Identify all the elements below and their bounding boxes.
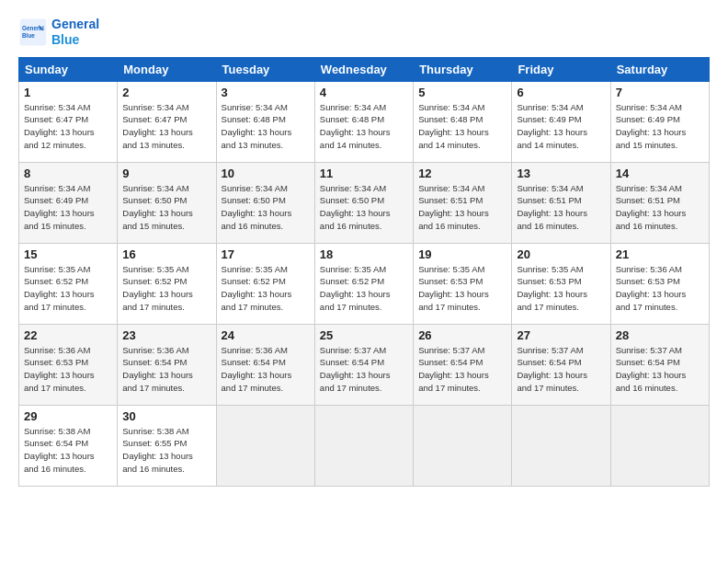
calendar-cell: 5Sunrise: 5:34 AM Sunset: 6:48 PM Daylig… xyxy=(414,81,512,162)
logo: General Blue GeneralBlue xyxy=(18,17,99,48)
calendar-cell: 23Sunrise: 5:36 AM Sunset: 6:54 PM Dayli… xyxy=(118,324,216,405)
day-number: 11 xyxy=(320,167,408,180)
calendar-page: General Blue GeneralBlue SundayMondayTue… xyxy=(0,0,728,563)
day-number: 25 xyxy=(320,328,408,342)
day-info: Sunrise: 5:34 AM Sunset: 6:49 PM Dayligh… xyxy=(616,101,704,152)
day-number: 27 xyxy=(517,328,605,342)
day-info: Sunrise: 5:34 AM Sunset: 6:47 PM Dayligh… xyxy=(122,101,210,152)
logo-text: GeneralBlue xyxy=(51,17,99,48)
day-info: Sunrise: 5:37 AM Sunset: 6:54 PM Dayligh… xyxy=(418,344,506,395)
day-info: Sunrise: 5:35 AM Sunset: 6:52 PM Dayligh… xyxy=(320,263,408,314)
calendar-cell: 30Sunrise: 5:38 AM Sunset: 6:55 PM Dayli… xyxy=(118,405,216,486)
calendar-cell: 3Sunrise: 5:34 AM Sunset: 6:48 PM Daylig… xyxy=(216,81,314,162)
day-number: 19 xyxy=(418,247,506,261)
day-info: Sunrise: 5:35 AM Sunset: 6:53 PM Dayligh… xyxy=(517,263,605,314)
day-info: Sunrise: 5:36 AM Sunset: 6:53 PM Dayligh… xyxy=(24,344,112,395)
calendar-cell: 27Sunrise: 5:37 AM Sunset: 6:54 PM Dayli… xyxy=(512,324,610,405)
calendar-cell xyxy=(610,405,709,486)
day-info: Sunrise: 5:34 AM Sunset: 6:47 PM Dayligh… xyxy=(24,101,112,152)
logo-icon: General Blue xyxy=(18,17,48,47)
day-info: Sunrise: 5:34 AM Sunset: 6:48 PM Dayligh… xyxy=(418,101,506,152)
day-number: 6 xyxy=(517,86,605,99)
calendar-cell: 22Sunrise: 5:36 AM Sunset: 6:53 PM Dayli… xyxy=(19,324,118,405)
day-number: 15 xyxy=(24,247,112,261)
calendar-cell: 4Sunrise: 5:34 AM Sunset: 6:48 PM Daylig… xyxy=(314,81,413,162)
day-info: Sunrise: 5:35 AM Sunset: 6:52 PM Dayligh… xyxy=(24,263,112,314)
weekday-header-sunday: Sunday xyxy=(19,57,118,81)
calendar-cell: 12Sunrise: 5:34 AM Sunset: 6:51 PM Dayli… xyxy=(414,162,512,243)
day-number: 17 xyxy=(222,247,310,261)
week-row-3: 15Sunrise: 5:35 AM Sunset: 6:52 PM Dayli… xyxy=(19,243,710,324)
day-info: Sunrise: 5:38 AM Sunset: 6:55 PM Dayligh… xyxy=(122,425,210,476)
day-info: Sunrise: 5:34 AM Sunset: 6:49 PM Dayligh… xyxy=(24,182,112,233)
day-number: 16 xyxy=(122,247,210,261)
week-row-5: 29Sunrise: 5:38 AM Sunset: 6:54 PM Dayli… xyxy=(19,405,710,486)
day-info: Sunrise: 5:35 AM Sunset: 6:52 PM Dayligh… xyxy=(222,263,310,314)
calendar-cell: 13Sunrise: 5:34 AM Sunset: 6:51 PM Dayli… xyxy=(512,162,610,243)
week-row-1: 1Sunrise: 5:34 AM Sunset: 6:47 PM Daylig… xyxy=(19,81,710,162)
weekday-header-tuesday: Tuesday xyxy=(216,57,314,81)
calendar-cell: 9Sunrise: 5:34 AM Sunset: 6:50 PM Daylig… xyxy=(118,162,216,243)
week-row-2: 8Sunrise: 5:34 AM Sunset: 6:49 PM Daylig… xyxy=(19,162,710,243)
calendar-cell: 6Sunrise: 5:34 AM Sunset: 6:49 PM Daylig… xyxy=(512,81,610,162)
day-info: Sunrise: 5:35 AM Sunset: 6:52 PM Dayligh… xyxy=(122,263,210,314)
day-info: Sunrise: 5:34 AM Sunset: 6:49 PM Dayligh… xyxy=(517,101,605,152)
weekday-header-friday: Friday xyxy=(512,57,610,81)
day-number: 28 xyxy=(616,328,704,342)
header: General Blue GeneralBlue xyxy=(18,17,710,48)
calendar-cell: 24Sunrise: 5:36 AM Sunset: 6:54 PM Dayli… xyxy=(216,324,314,405)
day-info: Sunrise: 5:34 AM Sunset: 6:48 PM Dayligh… xyxy=(320,101,408,152)
day-info: Sunrise: 5:37 AM Sunset: 6:54 PM Dayligh… xyxy=(616,344,704,395)
day-number: 12 xyxy=(418,167,506,180)
day-info: Sunrise: 5:36 AM Sunset: 6:54 PM Dayligh… xyxy=(222,344,310,395)
day-info: Sunrise: 5:34 AM Sunset: 6:51 PM Dayligh… xyxy=(616,182,704,233)
calendar-cell: 18Sunrise: 5:35 AM Sunset: 6:52 PM Dayli… xyxy=(314,243,413,324)
calendar-cell: 21Sunrise: 5:36 AM Sunset: 6:53 PM Dayli… xyxy=(610,243,709,324)
calendar-cell: 16Sunrise: 5:35 AM Sunset: 6:52 PM Dayli… xyxy=(118,243,216,324)
weekday-header-thursday: Thursday xyxy=(414,57,512,81)
weekday-header-row: SundayMondayTuesdayWednesdayThursdayFrid… xyxy=(19,57,710,81)
weekday-header-wednesday: Wednesday xyxy=(314,57,413,81)
svg-text:Blue: Blue xyxy=(22,32,35,39)
calendar-cell: 2Sunrise: 5:34 AM Sunset: 6:47 PM Daylig… xyxy=(118,81,216,162)
day-info: Sunrise: 5:34 AM Sunset: 6:48 PM Dayligh… xyxy=(222,101,310,152)
calendar-cell: 8Sunrise: 5:34 AM Sunset: 6:49 PM Daylig… xyxy=(19,162,118,243)
day-info: Sunrise: 5:38 AM Sunset: 6:54 PM Dayligh… xyxy=(24,425,112,476)
weekday-header-monday: Monday xyxy=(118,57,216,81)
day-info: Sunrise: 5:34 AM Sunset: 6:50 PM Dayligh… xyxy=(320,182,408,233)
calendar-table: SundayMondayTuesdayWednesdayThursdayFrid… xyxy=(18,57,710,487)
day-number: 24 xyxy=(222,328,310,342)
day-info: Sunrise: 5:35 AM Sunset: 6:53 PM Dayligh… xyxy=(418,263,506,314)
day-number: 5 xyxy=(418,86,506,99)
calendar-cell: 1Sunrise: 5:34 AM Sunset: 6:47 PM Daylig… xyxy=(19,81,118,162)
calendar-cell: 26Sunrise: 5:37 AM Sunset: 6:54 PM Dayli… xyxy=(414,324,512,405)
calendar-cell xyxy=(512,405,610,486)
day-number: 20 xyxy=(517,247,605,261)
day-number: 10 xyxy=(222,167,310,180)
calendar-cell: 14Sunrise: 5:34 AM Sunset: 6:51 PM Dayli… xyxy=(610,162,709,243)
calendar-cell: 28Sunrise: 5:37 AM Sunset: 6:54 PM Dayli… xyxy=(610,324,709,405)
calendar-cell: 10Sunrise: 5:34 AM Sunset: 6:50 PM Dayli… xyxy=(216,162,314,243)
day-number: 14 xyxy=(616,167,704,180)
day-number: 18 xyxy=(320,247,408,261)
calendar-cell: 17Sunrise: 5:35 AM Sunset: 6:52 PM Dayli… xyxy=(216,243,314,324)
calendar-cell: 7Sunrise: 5:34 AM Sunset: 6:49 PM Daylig… xyxy=(610,81,709,162)
day-number: 26 xyxy=(418,328,506,342)
day-number: 29 xyxy=(24,409,112,423)
day-info: Sunrise: 5:36 AM Sunset: 6:54 PM Dayligh… xyxy=(122,344,210,395)
day-info: Sunrise: 5:34 AM Sunset: 6:50 PM Dayligh… xyxy=(122,182,210,233)
day-info: Sunrise: 5:37 AM Sunset: 6:54 PM Dayligh… xyxy=(517,344,605,395)
calendar-cell: 29Sunrise: 5:38 AM Sunset: 6:54 PM Dayli… xyxy=(19,405,118,486)
calendar-cell xyxy=(216,405,314,486)
day-info: Sunrise: 5:34 AM Sunset: 6:51 PM Dayligh… xyxy=(517,182,605,233)
calendar-cell: 15Sunrise: 5:35 AM Sunset: 6:52 PM Dayli… xyxy=(19,243,118,324)
day-number: 2 xyxy=(122,86,210,99)
calendar-cell: 20Sunrise: 5:35 AM Sunset: 6:53 PM Dayli… xyxy=(512,243,610,324)
day-number: 13 xyxy=(517,167,605,180)
calendar-cell: 11Sunrise: 5:34 AM Sunset: 6:50 PM Dayli… xyxy=(314,162,413,243)
day-number: 23 xyxy=(122,328,210,342)
calendar-cell xyxy=(314,405,413,486)
calendar-cell: 25Sunrise: 5:37 AM Sunset: 6:54 PM Dayli… xyxy=(314,324,413,405)
day-number: 7 xyxy=(616,86,704,99)
calendar-cell: 19Sunrise: 5:35 AM Sunset: 6:53 PM Dayli… xyxy=(414,243,512,324)
